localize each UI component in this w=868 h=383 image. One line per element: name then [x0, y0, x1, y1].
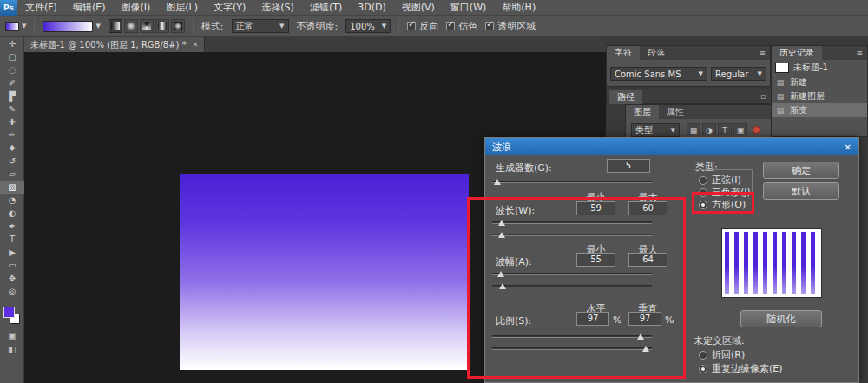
- menu-3d[interactable]: 3D(D): [350, 0, 394, 16]
- foreground-color-swatch[interactable]: [3, 307, 15, 318]
- transparency-checkbox[interactable]: ✓ 透明区域: [485, 20, 536, 33]
- font-family-select[interactable]: Comic Sans MS ▼: [610, 67, 707, 81]
- history-item[interactable]: ▤ 新建: [772, 76, 867, 89]
- quick-selection-tool[interactable]: ✐: [0, 76, 24, 89]
- filter-adjustment-icon[interactable]: ◑: [702, 123, 716, 135]
- menu-bar: Ps 文件(F) 编辑(E) 图像(I) 图层(L) 文字(Y) 选择(S) 滤…: [0, 0, 868, 16]
- dither-checkbox[interactable]: ✓ 仿色: [446, 20, 477, 33]
- opacity-select[interactable]: 100% ▼: [345, 19, 391, 33]
- gradient-picker[interactable]: ▼: [43, 21, 100, 32]
- tab-paths[interactable]: 路径: [609, 90, 642, 104]
- history-item-current[interactable]: ▤ 渐变: [772, 103, 867, 117]
- dodge-tool[interactable]: ◐: [0, 207, 24, 220]
- divider: [193, 18, 194, 34]
- clone-stamp-tool[interactable]: ♦: [0, 142, 24, 155]
- close-icon[interactable]: ✕: [845, 142, 852, 152]
- eyedropper-tool[interactable]: ✎: [0, 102, 24, 116]
- filter-pixel-icon[interactable]: ▦: [687, 123, 700, 135]
- layer-filter-toggle[interactable]: [753, 126, 760, 134]
- tab-paragraph[interactable]: 段落: [640, 46, 673, 60]
- undefined-areas-label: 未定义区域:: [694, 334, 745, 347]
- dialog-title-bar[interactable]: 波浪 ✕: [485, 138, 858, 155]
- checkbox-icon: ✓: [407, 22, 416, 30]
- menu-filter[interactable]: 滤镜(T): [302, 0, 350, 16]
- mode-label: 模式:: [201, 20, 224, 33]
- menu-type[interactable]: 文字(Y): [206, 0, 253, 16]
- gradient-tool-icon: [5, 22, 19, 31]
- font-style-select[interactable]: Regular ▼: [711, 67, 766, 81]
- history-state-icon: ▤: [775, 106, 786, 115]
- lasso-tool[interactable]: ◌: [0, 63, 24, 76]
- paths-panel-bar: 路径 ▫ ✕: [606, 89, 786, 104]
- linear-gradient-button[interactable]: [108, 19, 122, 33]
- healing-brush-tool[interactable]: ✚: [0, 116, 24, 129]
- brush-tool[interactable]: ✑: [0, 129, 24, 142]
- radio-icon: [699, 351, 707, 360]
- hand-tool[interactable]: ✥: [0, 272, 24, 285]
- annotation-box-square-option: [692, 192, 754, 214]
- history-item-snapshot[interactable]: 未标题-1: [772, 60, 867, 76]
- marquee-tool[interactable]: ▢: [0, 50, 24, 63]
- diamond-gradient-button[interactable]: [171, 19, 185, 33]
- mode-select[interactable]: 正常 ▼: [232, 19, 289, 33]
- zoom-tool[interactable]: ◎: [0, 285, 24, 298]
- blur-tool[interactable]: ◔: [0, 194, 24, 207]
- panel-menu-icon[interactable]: ≡: [852, 49, 867, 57]
- undefined-wrap-radio[interactable]: 折回(R): [699, 348, 745, 361]
- gradient-tool[interactable]: ▧: [0, 181, 24, 194]
- ok-button[interactable]: 确定: [763, 162, 839, 179]
- photoshop-window: Ps 文件(F) 编辑(E) 图像(I) 图层(L) 文字(Y) 选择(S) 滤…: [0, 0, 868, 383]
- tab-properties[interactable]: 属性: [659, 105, 692, 119]
- radio-icon: [699, 365, 707, 373]
- path-selection-tool[interactable]: ▶: [0, 246, 24, 259]
- tool-preset-picker[interactable]: ▼: [5, 22, 26, 31]
- radial-gradient-button[interactable]: [124, 19, 138, 33]
- screen-mode-button[interactable]: ◧: [0, 343, 24, 357]
- snapshot-thumbnail: [775, 63, 789, 73]
- move-tool[interactable]: ✛: [0, 37, 24, 50]
- tab-history[interactable]: 历史记录: [772, 46, 822, 60]
- document-tab-bar: 未标题-1 @ 100% (图层 1, RGB/8#) * ✕: [24, 37, 606, 52]
- menu-window[interactable]: 窗口(W): [443, 0, 494, 16]
- quick-mask-button[interactable]: ▣: [0, 329, 24, 343]
- default-button[interactable]: 默认: [763, 182, 839, 200]
- type-sine-radio[interactable]: 正弦(I): [699, 174, 741, 187]
- annotation-box-sliders: [467, 197, 686, 379]
- app-logo: Ps: [0, 0, 17, 16]
- angle-gradient-button[interactable]: [140, 19, 154, 33]
- menu-view[interactable]: 视图(V): [394, 0, 443, 16]
- history-item[interactable]: ▤ 新建图层: [772, 89, 867, 103]
- reverse-checkbox[interactable]: ✓ 反向: [407, 20, 438, 33]
- document-tab[interactable]: 未标题-1 @ 100% (图层 1, RGB/8#) * ✕: [24, 37, 205, 52]
- menu-help[interactable]: 帮助(H): [494, 0, 543, 16]
- menu-image[interactable]: 图像(I): [113, 0, 158, 16]
- menu-edit[interactable]: 编辑(E): [65, 0, 114, 16]
- menu-layer[interactable]: 图层(L): [158, 0, 206, 16]
- tab-character[interactable]: 字符: [607, 46, 640, 60]
- reflected-gradient-button[interactable]: [155, 19, 169, 33]
- generators-input[interactable]: 5: [607, 159, 650, 173]
- options-bar: ▼ ▼ 模式: 正常 ▼ 不透明度: 100% ▼ ✓ 反向: [0, 16, 868, 37]
- character-panel-header: 字符 段落 ≡: [607, 46, 770, 60]
- pen-tool[interactable]: ✒: [0, 220, 24, 233]
- close-icon[interactable]: ✕: [193, 41, 199, 49]
- document-canvas[interactable]: [180, 174, 469, 370]
- crop-tool[interactable]: ▛: [0, 89, 24, 102]
- filter-shape-icon[interactable]: ▣: [733, 123, 747, 135]
- layer-filter-select[interactable]: 类型 ▼: [631, 123, 680, 137]
- history-brush-tool[interactable]: ↺: [0, 155, 24, 168]
- color-swatches[interactable]: [2, 305, 23, 327]
- tab-layers[interactable]: 图层: [626, 105, 659, 119]
- filter-type-icon[interactable]: T: [718, 123, 732, 135]
- menu-file[interactable]: 文件(F): [17, 0, 65, 16]
- panel-menu-icon[interactable]: ≡: [754, 49, 770, 57]
- eraser-tool[interactable]: ▱: [0, 168, 24, 181]
- generators-slider[interactable]: [492, 178, 652, 187]
- undefined-repeat-radio[interactable]: 重复边缘像素(E): [699, 362, 783, 375]
- radio-icon: [699, 176, 707, 185]
- menu-select[interactable]: 选择(S): [253, 0, 302, 16]
- randomize-button[interactable]: 随机化: [740, 310, 822, 327]
- shape-tool[interactable]: ▭: [0, 259, 24, 272]
- panel-minimize-icon[interactable]: ▫: [760, 92, 766, 101]
- type-tool[interactable]: T: [0, 233, 24, 246]
